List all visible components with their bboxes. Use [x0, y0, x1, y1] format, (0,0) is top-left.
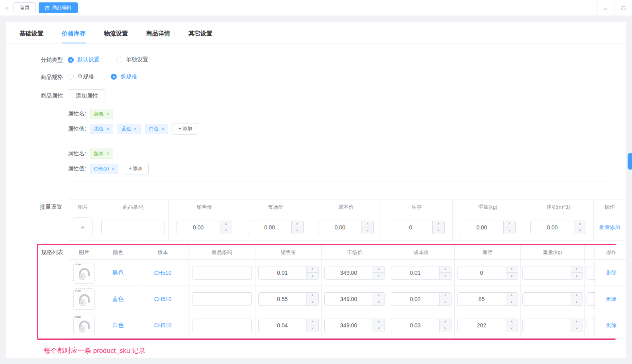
radio-option[interactable]: 单规格	[68, 73, 94, 80]
number-input[interactable]: 0.01 ∧ ∨	[391, 266, 451, 280]
spin-down-icon[interactable]: ∨	[440, 299, 451, 305]
spin-up-icon[interactable]: ∧	[574, 221, 586, 228]
spin-down-icon[interactable]: ∨	[373, 299, 385, 305]
spin-down-icon[interactable]: ∨	[373, 273, 385, 279]
spin-down-icon[interactable]: ∨	[307, 299, 318, 305]
spin-down-icon[interactable]: ∨	[506, 273, 518, 279]
spin-down-icon[interactable]: ∨	[440, 325, 451, 332]
radio-option[interactable]: 多规格	[111, 73, 137, 80]
delete-link[interactable]: 删除	[606, 296, 616, 303]
spin-up-icon[interactable]: ∧	[506, 266, 518, 273]
scrollbar-thumb[interactable]	[628, 153, 632, 170]
radio-option[interactable]: 单独设置	[116, 56, 148, 63]
barcode-input[interactable]	[192, 266, 252, 280]
add-value-button[interactable]: + 添加	[123, 163, 148, 174]
spin-up-icon[interactable]: ∧	[220, 221, 232, 228]
product-image[interactable]: SONY	[73, 315, 95, 336]
sidebar-collapse-icon[interactable]: «	[0, 0, 14, 16]
spin-down-icon[interactable]: ∨	[571, 325, 583, 332]
spin-up-icon[interactable]: ∧	[307, 266, 318, 273]
add-attribute-button[interactable]: 添加属性	[68, 89, 106, 102]
spin-down-icon[interactable]: ∨	[373, 325, 385, 332]
barcode-input[interactable]	[192, 292, 252, 306]
spin-down-icon[interactable]: ∨	[433, 227, 444, 234]
number-input[interactable]: 349.00 ∧ ∨	[324, 266, 385, 280]
spin-up-icon[interactable]: ∧	[506, 293, 518, 299]
spin-down-icon[interactable]: ∨	[307, 325, 318, 332]
spin-up-icon[interactable]: ∧	[362, 221, 373, 228]
attr-value-tag[interactable]: CH510×	[90, 164, 118, 174]
number-input[interactable]: 0.02 ∧ ∨	[391, 292, 451, 306]
attr-name-tag[interactable]: 版本×	[90, 149, 113, 159]
barcode-input[interactable]	[101, 221, 165, 234]
attr-value-tag[interactable]: 蓝色×	[118, 124, 141, 134]
breadcrumb-tab[interactable]: 商品编辑	[39, 2, 78, 13]
breadcrumb-tab[interactable]: 首页	[14, 2, 36, 13]
tab-item[interactable]: 物流设置	[104, 30, 128, 43]
close-icon[interactable]: ×	[161, 126, 164, 132]
spin-down-icon[interactable]: ∨	[506, 325, 518, 332]
number-input[interactable]: ∧ ∨	[522, 319, 583, 332]
spin-down-icon[interactable]: ∨	[440, 273, 451, 279]
spin-up-icon[interactable]: ∧	[440, 319, 451, 326]
spin-up-icon[interactable]: ∧	[373, 266, 385, 273]
spin-up-icon[interactable]: ∧	[571, 293, 583, 299]
tab-active[interactable]: 价格库存	[62, 30, 86, 43]
attr-name-tag[interactable]: 颜色×	[90, 109, 113, 119]
tab-item[interactable]: 商品详情	[146, 30, 170, 43]
number-input[interactable]: 0.03 ∧ ∨	[391, 319, 451, 332]
add-value-button[interactable]: + 添加	[173, 123, 198, 135]
number-input[interactable]: 0.00 ∧ ∨	[177, 221, 232, 234]
tab-item[interactable]: 其它设置	[188, 30, 212, 43]
spin-down-icon[interactable]: ∨	[292, 227, 303, 234]
tab-item[interactable]: 基础设置	[20, 30, 43, 43]
number-input[interactable]: 0.04 ∧ ∨	[258, 319, 319, 332]
spin-up-icon[interactable]: ∧	[571, 266, 583, 273]
spin-up-icon[interactable]: ∧	[373, 293, 385, 299]
spin-down-icon[interactable]: ∨	[574, 227, 586, 234]
close-icon[interactable]: ×	[106, 126, 109, 132]
number-input[interactable]: 0.55 ∧ ∨	[258, 292, 319, 306]
spin-down-icon[interactable]: ∨	[362, 227, 373, 234]
number-input[interactable]: 0 ∧ ∨	[457, 266, 518, 280]
attr-value-tag[interactable]: 白色×	[145, 124, 168, 134]
number-input[interactable]: ∧ ∨	[522, 292, 583, 306]
close-icon[interactable]: ×	[106, 151, 109, 157]
radio-option[interactable]: 默认设置	[68, 56, 100, 63]
spin-up-icon[interactable]: ∧	[433, 221, 444, 228]
spin-down-icon[interactable]: ∨	[504, 227, 515, 234]
number-input[interactable]: 0.00 ∧ ∨	[318, 221, 374, 234]
product-image[interactable]: SONY	[73, 288, 95, 310]
spin-up-icon[interactable]: ∧	[292, 221, 303, 228]
spin-down-icon[interactable]: ∨	[307, 273, 318, 279]
spin-up-icon[interactable]: ∧	[504, 221, 515, 228]
spin-up-icon[interactable]: ∧	[307, 319, 318, 326]
number-input[interactable]: 0.00 ∧ ∨	[248, 221, 304, 234]
spin-down-icon[interactable]: ∨	[571, 273, 583, 279]
spin-down-icon[interactable]: ∨	[571, 299, 583, 305]
close-icon[interactable]: ×	[112, 166, 114, 172]
spin-up-icon[interactable]: ∧	[506, 319, 518, 326]
number-input[interactable]: 0.00 ∧ ∨	[460, 221, 516, 234]
spin-up-icon[interactable]: ∧	[307, 293, 318, 299]
barcode-input[interactable]	[192, 319, 252, 332]
product-image[interactable]: SONY	[73, 262, 95, 284]
number-input[interactable]: 349.00 ∧ ∨	[324, 319, 385, 332]
spin-up-icon[interactable]: ∧	[373, 319, 385, 326]
upload-image-button[interactable]: +	[73, 217, 93, 237]
number-input[interactable]: 0.00 ∧ ∨	[530, 221, 586, 234]
spin-up-icon[interactable]: ∧	[440, 266, 451, 273]
delete-link[interactable]: 删除	[606, 269, 616, 276]
close-icon[interactable]: ×	[134, 126, 137, 132]
close-icon[interactable]: ×	[106, 111, 109, 117]
spin-up-icon[interactable]: ∧	[440, 293, 451, 299]
number-input[interactable]: 0.01 ∧ ∨	[258, 266, 319, 280]
expand-tabs-button[interactable]: »	[596, 0, 614, 16]
refresh-button[interactable]	[614, 0, 632, 16]
number-input[interactable]: 85 ∧ ∨	[457, 292, 518, 306]
number-input[interactable]: 0 ∧ ∨	[389, 221, 445, 234]
number-input[interactable]: 202 ∧ ∨	[457, 319, 518, 332]
number-input[interactable]: ∧ ∨	[522, 266, 583, 280]
spin-down-icon[interactable]: ∨	[220, 227, 232, 234]
number-input[interactable]: 349.00 ∧ ∨	[324, 292, 385, 306]
